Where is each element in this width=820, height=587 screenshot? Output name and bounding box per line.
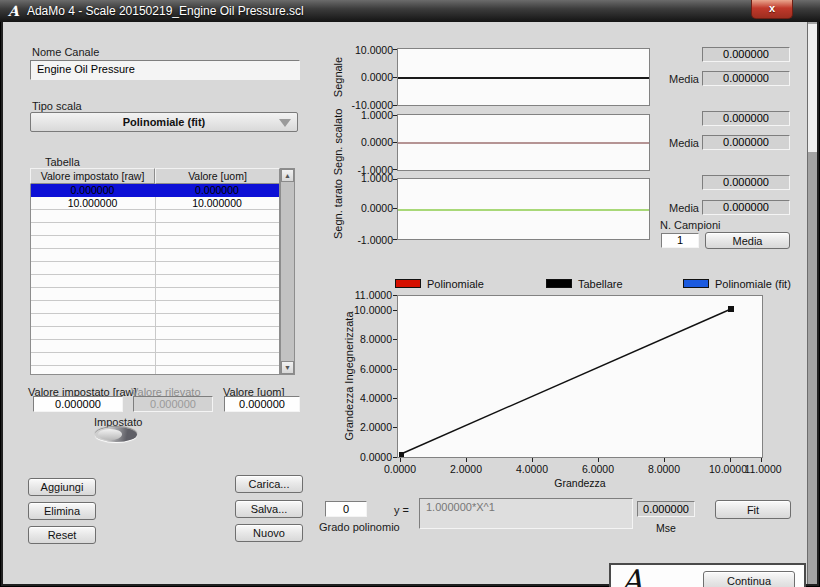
tick-label: 11.0000 [337, 289, 392, 301]
media-button[interactable]: Media [705, 232, 790, 249]
table-header-uom: Valore [uom] [155, 168, 280, 184]
segnale-plot [397, 48, 650, 106]
table-scrollbar[interactable]: ▲ ▼ [280, 168, 295, 375]
reset-button[interactable]: Reset [28, 526, 96, 544]
legend-swatch-polinomiale [395, 279, 421, 288]
legend-label-polinomiale: Polinomiale [427, 278, 484, 290]
table-label: Tabella [45, 156, 80, 168]
cell-uom: 10.000000 [155, 197, 279, 210]
uom-value-input[interactable]: 0.000000 [224, 396, 300, 412]
cell-raw: 10.000000 [31, 197, 155, 210]
arrow-up-icon[interactable]: ▲ [281, 169, 294, 182]
tick-label: 8.0000 [640, 463, 688, 475]
segn-scalato-line [398, 142, 649, 144]
equation-prefix-label: y = [394, 504, 409, 516]
grado-polinomio-input[interactable]: 0 [325, 501, 367, 517]
n-campioni-label: N. Campioni [660, 219, 721, 231]
aggiungi-button[interactable]: Aggiungi [28, 478, 96, 496]
channel-name-label: Nome Canale [32, 46, 99, 58]
tick-label: 0.0000 [337, 451, 392, 463]
grado-polinomio-label: Grado polinomio [319, 521, 400, 533]
tarato-value-field: 0.000000 [702, 175, 790, 190]
raw-value-input[interactable]: 0.000000 [33, 396, 123, 412]
segnale-media-field: 0.000000 [702, 71, 790, 86]
measured-value-field: 0.000000 [133, 396, 213, 412]
mse-label: Mse [637, 522, 695, 534]
titlebar: A AdaMo 4 - Scale 20150219_Engine Oil Pr… [0, 0, 820, 22]
tick-label: 10.0000 [341, 44, 393, 56]
scale-type-value: Polinomiale (fit) [123, 116, 206, 128]
legend-swatch-polinomiale-fit [683, 279, 709, 288]
scale-type-dropdown[interactable]: Polinomiale (fit) [30, 112, 298, 132]
xy-graph [397, 295, 763, 458]
table-row[interactable]: 10.000000 10.000000 [31, 197, 279, 210]
nuovo-button[interactable]: Nuovo [235, 524, 303, 542]
client-area: Nome Canale Engine Oil Pressure Tipo sca… [3, 22, 807, 584]
fit-button[interactable]: Fit [715, 500, 791, 519]
n-campioni-input[interactable]: 1 [661, 233, 699, 248]
app-window: A AdaMo 4 - Scale 20150219_Engine Oil Pr… [0, 0, 820, 587]
scalato-media-field: 0.000000 [702, 135, 790, 150]
media-label: Media [669, 73, 699, 85]
scalato-value-field: 0.000000 [702, 111, 790, 126]
scale-type-label: Tipo scala [32, 100, 82, 112]
window-title: AdaMo 4 - Scale 20150219_Engine Oil Pres… [27, 4, 304, 18]
legend-label-polinomiale-fit: Polinomiale (fit) [715, 278, 791, 290]
media-label: Media [669, 137, 699, 149]
app-icon: A [8, 1, 19, 21]
table-row[interactable]: 0.000000 0.000000 [31, 184, 279, 197]
tabellare-series [398, 296, 762, 457]
tick-label: 2.0000 [337, 421, 392, 433]
tick-label: 0.0000 [341, 202, 393, 214]
tick-label: 0.0000 [341, 136, 393, 148]
tick-label: 2.0000 [442, 463, 490, 475]
tick-label: 0.0000 [376, 463, 424, 475]
logo-panel: A Continua [609, 563, 806, 587]
tick-label: 6.0000 [337, 363, 392, 375]
segn-tarato-line [398, 209, 649, 211]
segn-scalato-plot [397, 114, 650, 171]
tick-label: 1.0000 [341, 172, 393, 184]
cell-raw: 0.000000 [31, 184, 155, 197]
toggle-knob [98, 429, 122, 440]
media-label: Media [669, 202, 699, 214]
table-header-raw: Valore impostato [raw] [30, 168, 155, 184]
tarato-media-field: 0.000000 [702, 200, 790, 215]
mse-field: 0.000000 [637, 501, 695, 517]
x-axis-label: Grandezza [397, 477, 763, 489]
calibration-table[interactable]: 0.000000 0.000000 10.000000 10.000000 [30, 184, 280, 375]
segnale-value-field: 0.000000 [702, 47, 790, 62]
segn-tarato-plot [397, 178, 650, 240]
legend-swatch-tabellare [546, 279, 572, 288]
tick-label: 4.0000 [508, 463, 556, 475]
arrow-down-icon[interactable]: ▼ [281, 361, 294, 374]
tick-label: -1.0000 [341, 234, 393, 246]
equation-field: 1.000000*X^1 [419, 498, 633, 529]
tick-label: 10.0000 [337, 304, 392, 316]
tick-label: 6.0000 [574, 463, 622, 475]
tick-label: 1.0000 [341, 109, 393, 121]
tick-label: 4.0000 [337, 392, 392, 404]
elimina-button[interactable]: Elimina [28, 502, 96, 520]
continua-button[interactable]: Continua [703, 571, 795, 587]
tick-label: 0.0000 [341, 71, 393, 83]
chevron-down-icon [279, 119, 291, 127]
segnale-line [398, 77, 649, 79]
salva-button[interactable]: Salva... [235, 500, 303, 518]
table-divider [155, 184, 156, 374]
carica-button[interactable]: Carica... [235, 475, 303, 493]
close-button[interactable]: x [751, 0, 793, 19]
impostato-toggle[interactable] [95, 427, 137, 442]
legend-label-tabellare: Tabellare [578, 278, 623, 290]
tick-label: 11.0000 [739, 463, 787, 475]
window-scrollbar-thumb[interactable] [808, 24, 817, 152]
close-icon: x [769, 2, 775, 14]
channel-name-input[interactable]: Engine Oil Pressure [30, 60, 300, 80]
tick-label: 8.0000 [337, 333, 392, 345]
adamo-logo-icon: A [621, 563, 643, 587]
cell-uom: 0.000000 [155, 184, 279, 197]
